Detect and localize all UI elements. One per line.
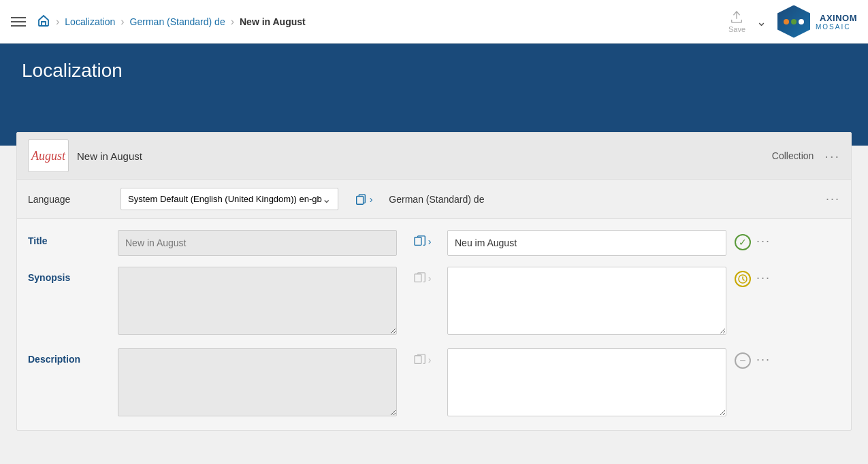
- item-title: New in August: [77, 150, 772, 162]
- logo-product: MOSAIC: [816, 23, 857, 31]
- copy-arrow: ›: [370, 194, 373, 205]
- title-copy-action: ›: [405, 230, 439, 248]
- top-nav: › Localization › German (Standard) de › …: [0, 0, 868, 44]
- logo-hex: [777, 5, 810, 38]
- main-content: August New in August Collection ··· Lang…: [0, 132, 868, 447]
- localization-card: August New in August Collection ··· Lang…: [16, 132, 852, 431]
- svg-rect-0: [356, 196, 363, 204]
- fields-area: Title › ✓: [17, 219, 851, 430]
- synopsis-copy-icon[interactable]: ›: [413, 272, 432, 284]
- hamburger-menu[interactable]: [11, 14, 26, 29]
- title-copy-icon[interactable]: ›: [413, 235, 432, 248]
- field-row-title: Title › ✓: [28, 230, 840, 256]
- breadcrumb-german[interactable]: German (Standard) de: [130, 16, 225, 27]
- synopsis-field-label: Synopsis: [28, 267, 110, 283]
- description-source-field: [118, 348, 397, 419]
- synopsis-target-input[interactable]: [447, 267, 726, 335]
- description-status-icon: −: [735, 352, 751, 369]
- language-source-select[interactable]: System Default (English (United Kingdom)…: [120, 188, 338, 210]
- synopsis-source-input[interactable]: [118, 267, 397, 335]
- title-more-button[interactable]: ···: [756, 234, 771, 248]
- target-language-label: German (Standard) de: [389, 194, 815, 205]
- title-status-icon: ✓: [735, 234, 751, 250]
- svg-rect-4: [415, 356, 421, 364]
- logo-area: AXINOM MOSAIC: [777, 5, 857, 38]
- page-header: Localization: [0, 44, 868, 146]
- title-source-input[interactable]: [118, 230, 397, 256]
- description-field-label: Description: [28, 348, 110, 365]
- description-copy-icon[interactable]: ›: [413, 354, 432, 366]
- nav-right: Save ⌄ AXINOM MOSAIC: [728, 5, 857, 38]
- breadcrumb: › Localization › German (Standard) de › …: [37, 14, 306, 29]
- svg-rect-2: [415, 274, 421, 282]
- logo-brand: AXINOM: [820, 13, 857, 23]
- svg-rect-1: [415, 237, 421, 246]
- language-row: Language System Default (English (United…: [17, 180, 851, 219]
- language-more-button[interactable]: ···: [826, 192, 840, 206]
- synopsis-status: ···: [735, 267, 775, 287]
- title-source-field: [118, 230, 397, 256]
- field-row-synopsis: Synopsis ›: [28, 267, 840, 337]
- description-target-field: [447, 348, 726, 419]
- description-more-button[interactable]: ···: [756, 352, 771, 367]
- logo-dot-green: [791, 19, 797, 24]
- breadcrumb-sep-3: ›: [231, 16, 234, 28]
- title-field-label: Title: [28, 230, 110, 246]
- field-row-description: Description › −: [28, 348, 840, 419]
- description-copy-action: ›: [405, 348, 439, 366]
- synopsis-copy-action: ›: [405, 267, 439, 284]
- copy-to-target-icon[interactable]: ›: [355, 193, 373, 205]
- save-button[interactable]: Save: [728, 10, 745, 33]
- breadcrumb-sep-2: ›: [120, 16, 124, 28]
- title-target-field: [447, 230, 726, 256]
- source-language-value: System Default (English (United Kingdom)…: [128, 194, 322, 204]
- breadcrumb-current: New in August: [240, 16, 306, 27]
- page-title: Localization: [22, 60, 846, 82]
- synopsis-source-field: [118, 267, 397, 337]
- synopsis-more-button[interactable]: ···: [756, 271, 771, 285]
- title-status: ✓ ···: [735, 230, 775, 250]
- chevron-down-icon: ⌄: [322, 193, 331, 205]
- synopsis-target-field: [447, 267, 726, 337]
- synopsis-status-icon: [735, 271, 751, 287]
- home-icon[interactable]: [37, 14, 50, 29]
- logo-dots: [784, 19, 804, 24]
- description-status: − ···: [735, 348, 775, 369]
- title-target-input[interactable]: [447, 230, 726, 256]
- item-header: August New in August Collection ···: [17, 133, 851, 180]
- item-more-button[interactable]: ···: [824, 148, 840, 164]
- logo-dot-blue: [799, 19, 804, 24]
- language-label: Language: [28, 194, 110, 205]
- save-label: Save: [728, 25, 745, 33]
- description-source-input[interactable]: [118, 348, 397, 416]
- description-target-input[interactable]: [447, 348, 726, 416]
- item-logo-text: August: [31, 150, 65, 162]
- breadcrumb-sep-1: ›: [56, 16, 59, 28]
- logo-text-area: AXINOM MOSAIC: [816, 13, 857, 31]
- breadcrumb-localization[interactable]: Localization: [65, 16, 115, 27]
- logo-dot-orange: [784, 19, 789, 24]
- collection-label: Collection: [772, 150, 814, 161]
- dropdown-arrow[interactable]: ⌄: [756, 14, 767, 29]
- item-logo: August: [28, 139, 69, 172]
